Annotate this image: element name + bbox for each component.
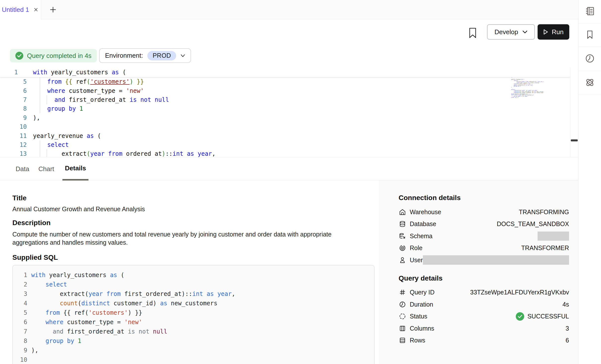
line-number: 1 bbox=[13, 272, 27, 279]
detail-value: 6 bbox=[566, 337, 569, 344]
line-number: 9 bbox=[0, 114, 27, 121]
tab-data[interactable]: Data bbox=[13, 157, 32, 181]
sql-line-row: 3 extract(year from first_ordered_at)::i… bbox=[13, 289, 374, 299]
detail-label: Columns bbox=[410, 325, 434, 332]
line-number: 7 bbox=[0, 96, 27, 103]
sql-line-row: 1with yearly_customers as ( bbox=[13, 270, 374, 280]
line-number: 12 bbox=[0, 141, 27, 148]
line-number: 5 bbox=[0, 78, 27, 85]
title-text: Annual Customer Growth and Revenue Analy… bbox=[12, 205, 145, 213]
line-number: 8 bbox=[13, 338, 27, 344]
run-button[interactable]: Run bbox=[538, 24, 569, 40]
line-number: 1 bbox=[0, 69, 18, 76]
detail-row-status: StatusSUCCESSFUL bbox=[399, 311, 569, 323]
chevron-down-icon bbox=[181, 54, 185, 57]
indent-guide bbox=[40, 140, 40, 157]
detail-row-columns: Columns3 bbox=[399, 322, 569, 335]
clock-icon bbox=[399, 301, 406, 308]
close-tab-icon[interactable] bbox=[33, 7, 39, 13]
sql-line: and first_ordered_at is not null bbox=[31, 328, 167, 335]
detail-value: TRANSFORMER bbox=[521, 244, 569, 252]
notebook-icon bbox=[584, 6, 595, 18]
detail-label: Database bbox=[410, 220, 436, 228]
rows-icon bbox=[399, 337, 406, 344]
code-line: group by 1 bbox=[33, 105, 83, 112]
play-icon bbox=[543, 29, 548, 35]
description-heading: Description bbox=[12, 219, 51, 227]
code-line-row: 12 select bbox=[0, 140, 570, 149]
code-line-row: 13 extract(year from ordered_at)::int as… bbox=[0, 149, 570, 157]
bookmark-icon bbox=[468, 27, 477, 38]
sidebar-button-bookmark[interactable] bbox=[578, 24, 601, 47]
detail-row-rows: Rows6 bbox=[399, 335, 569, 347]
details-side-panel: Connection details WarehouseTRANSFORMING… bbox=[379, 180, 578, 364]
environment-selector[interactable]: Environment: PROD bbox=[99, 48, 191, 63]
tab-untitled-1[interactable]: Untitled 1 bbox=[0, 0, 41, 19]
tab-bar: Untitled 1 bbox=[0, 0, 578, 19]
sql-line: with yearly_customers as ( bbox=[31, 272, 124, 279]
result-tab-bar: DataChartDetails bbox=[0, 157, 578, 180]
code-line: and first_ordered_at is not null bbox=[33, 96, 169, 103]
code-line-row: 7 and first_ordered_at is not null bbox=[0, 95, 570, 104]
code-line-row: 5 from {{ ref('customers') }} bbox=[0, 77, 570, 86]
role-icon bbox=[399, 244, 406, 252]
sql-line-row: 10 bbox=[13, 355, 374, 364]
redacted-value bbox=[423, 255, 569, 265]
line-number: 7 bbox=[13, 328, 27, 335]
code-line-row: 10 bbox=[0, 122, 570, 131]
environment-label: Environment: bbox=[105, 52, 143, 59]
sql-line: ), bbox=[31, 347, 38, 354]
detail-value: DOCS_TEAM_SANDBOX bbox=[497, 220, 569, 228]
detail-row-schema: Schema bbox=[399, 230, 569, 242]
line-number: 9 bbox=[13, 347, 27, 354]
success-check-icon bbox=[516, 312, 524, 321]
detail-label: Status bbox=[410, 313, 427, 320]
supplied-sql-block: 1with yearly_customers as (2 select3 ext… bbox=[12, 265, 375, 364]
scrollbar-grip[interactable] bbox=[571, 139, 578, 141]
code-line: yearly_revenue as ( bbox=[33, 132, 101, 139]
sql-line: group by 1 bbox=[31, 338, 81, 344]
line-number: 5 bbox=[13, 309, 27, 316]
connection-details-heading: Connection details bbox=[399, 194, 569, 202]
detail-label: User bbox=[410, 257, 423, 264]
sidebar-button-clock[interactable] bbox=[578, 47, 601, 71]
sidebar-button-dbt-knot[interactable] bbox=[578, 71, 601, 95]
code-line: ), bbox=[33, 114, 40, 121]
right-icon-sidebar bbox=[578, 0, 601, 364]
sql-editor[interactable]: 1with yearly_customers as ( 5 from {{ re… bbox=[0, 67, 570, 157]
code-line-row: 8 group by 1 bbox=[0, 104, 570, 113]
sql-line: where customer_type = 'new' bbox=[31, 319, 142, 326]
description-text: Compute the number of new customers and … bbox=[12, 230, 352, 247]
develop-dropdown[interactable]: Develop bbox=[487, 24, 535, 40]
detail-label: Query ID bbox=[410, 289, 435, 296]
detail-row-database: DatabaseDOCS_TEAM_SANDBOX bbox=[399, 218, 569, 230]
indent-guide bbox=[47, 95, 47, 104]
query-details-heading: Query details bbox=[399, 274, 569, 283]
line-number: 4 bbox=[13, 300, 27, 307]
chevron-down-icon bbox=[522, 30, 527, 34]
sql-line-row: 9), bbox=[13, 346, 374, 355]
sidebar-button-notebook[interactable] bbox=[578, 0, 601, 24]
sql-line-row: 2 select bbox=[13, 280, 374, 289]
editor-scrollbar[interactable] bbox=[570, 67, 578, 157]
hash-icon bbox=[399, 289, 406, 296]
detail-label: Warehouse bbox=[410, 208, 441, 216]
code-line: with yearly_customers as ( bbox=[33, 69, 126, 76]
environment-badge: PROD bbox=[147, 51, 176, 60]
detail-value: TRANSFORMING bbox=[519, 208, 569, 216]
run-label: Run bbox=[552, 28, 564, 36]
line-number: 8 bbox=[0, 105, 27, 112]
columns-icon bbox=[399, 325, 406, 332]
bookmark-button[interactable] bbox=[467, 27, 478, 39]
tab-chart[interactable]: Chart bbox=[36, 157, 57, 181]
line-number: 13 bbox=[0, 150, 27, 157]
spinner-icon bbox=[399, 313, 406, 320]
query-status-text: Query completed in 4s bbox=[27, 52, 91, 60]
dbt-knot-icon bbox=[584, 77, 596, 89]
tab-details[interactable]: Details bbox=[62, 157, 88, 181]
detail-row-warehouse: WarehouseTRANSFORMING bbox=[399, 206, 569, 218]
detail-label: Duration bbox=[410, 301, 433, 308]
sql-line-row: 8 group by 1 bbox=[13, 336, 374, 346]
line-number: 2 bbox=[13, 281, 27, 288]
new-tab-button[interactable] bbox=[46, 0, 60, 19]
